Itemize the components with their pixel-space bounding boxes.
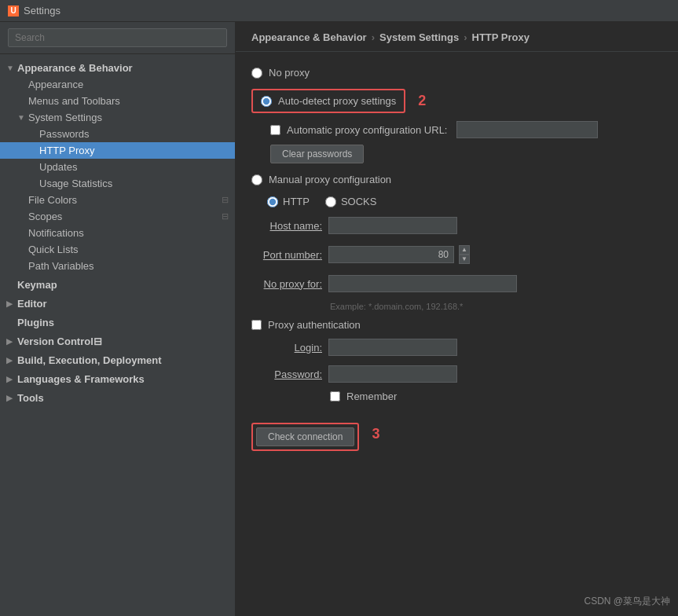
http-radio[interactable] <box>267 196 278 207</box>
sidebar-item-appearance-behavior[interactable]: ▼ Appearance & Behavior <box>0 57 235 76</box>
breadcrumb-item-1: Appearance & Behavior <box>251 31 367 43</box>
sidebar-item-label: System Settings <box>28 112 229 123</box>
sidebar-item-label: File Colors <box>28 194 218 206</box>
auto-proxy-url-label: Automatic proxy configuration URL: <box>287 124 447 136</box>
sidebar-item-http-proxy[interactable]: HTTP Proxy <box>0 142 235 159</box>
auto-proxy-url-input[interactable] <box>456 121 598 138</box>
sidebar-item-version-control[interactable]: ▶ Version Control ⊟ <box>0 331 235 350</box>
host-name-row: Host name: <box>251 215 662 236</box>
sidebar-item-appearance[interactable]: Appearance <box>0 76 235 93</box>
chevron-right-icon: ▶ <box>6 356 17 365</box>
auto-proxy-url-checkbox[interactable] <box>270 125 280 135</box>
sidebar-item-path-variables[interactable]: Path Variables <box>0 258 235 274</box>
check-connection-button[interactable]: Check connection <box>256 427 354 446</box>
auto-detect-radio[interactable] <box>261 96 272 107</box>
sidebar-item-system-settings[interactable]: ▼ System Settings <box>0 109 235 126</box>
sidebar-item-label: Appearance & Behavior <box>17 62 133 74</box>
sidebar-item-passwords[interactable]: Passwords <box>0 126 235 142</box>
content-header: Appearance & Behavior › System Settings … <box>236 22 678 52</box>
login-label: Login: <box>251 342 322 354</box>
watermark-text: CSDN @菜鸟是大神 <box>584 595 670 608</box>
sidebar-item-keymap[interactable]: Keymap <box>0 274 235 293</box>
sidebar-item-label: Build, Execution, Deployment <box>17 354 161 366</box>
check-connection-box: Check connection <box>251 423 359 451</box>
port-number-row: Port number: ▲ ▼ <box>251 244 662 266</box>
sidebar-item-label: Menus and Toolbars <box>28 95 229 107</box>
no-proxy-label: No proxy <box>269 67 310 79</box>
sidebar-item-quick-lists[interactable]: Quick Lists <box>0 241 235 258</box>
sidebar-item-notifications[interactable]: Notifications <box>0 225 235 241</box>
sidebar-item-label: Path Variables <box>28 260 229 272</box>
login-row: Login: <box>251 337 662 358</box>
content-body: No proxy Auto-detect proxy settings 2 Au… <box>236 52 678 464</box>
sidebar-item-editor[interactable]: ▶ Editor <box>0 293 235 312</box>
annotation-2: 2 <box>418 93 426 109</box>
search-input[interactable] <box>8 28 227 47</box>
check-connection-container: Check connection 3 <box>251 416 662 451</box>
password-input[interactable] <box>328 365 457 383</box>
clear-passwords-button[interactable]: Clear passwords <box>270 145 364 163</box>
login-input[interactable] <box>328 339 457 356</box>
breadcrumb-item-3: HTTP Proxy <box>472 31 530 43</box>
socks-radio[interactable] <box>325 196 336 207</box>
sidebar-item-scopes[interactable]: Scopes ⊟ <box>0 208 235 225</box>
sidebar: ▼ Appearance & Behavior Appearance Menus… <box>0 22 236 616</box>
auto-detect-container: Auto-detect proxy settings 2 <box>251 89 662 113</box>
sidebar-item-label: Keymap <box>17 279 57 291</box>
sidebar-item-label: Usage Statistics <box>39 178 229 189</box>
sidebar-item-label: Scopes <box>28 211 218 222</box>
sidebar-item-label: Passwords <box>39 128 229 140</box>
port-down-arrow[interactable]: ▼ <box>459 255 470 264</box>
chevron-right-icon: ▶ <box>6 337 17 346</box>
socks-option: SOCKS <box>325 196 377 207</box>
sidebar-item-label: Notifications <box>28 227 229 239</box>
remember-checkbox[interactable] <box>330 391 340 402</box>
password-row: Password: <box>251 364 662 384</box>
http-label: HTTP <box>283 196 310 207</box>
no-proxy-example: Example: *.domain.com, 192.168.* <box>251 302 662 311</box>
auto-detect-label: Auto-detect proxy settings <box>278 95 396 107</box>
auto-proxy-url-row: Automatic proxy configuration URL: <box>270 121 662 138</box>
main-container: ▼ Appearance & Behavior Appearance Menus… <box>0 22 678 616</box>
no-proxy-for-label: No proxy for: <box>251 278 322 290</box>
clear-passwords-row: Clear passwords <box>270 145 662 163</box>
port-up-arrow[interactable]: ▲ <box>459 245 470 255</box>
sidebar-search-container <box>0 22 235 54</box>
manual-proxy-label: Manual proxy configuration <box>269 174 391 185</box>
sidebar-item-file-colors[interactable]: File Colors ⊟ <box>0 192 235 208</box>
sidebar-item-label: Tools <box>17 392 44 404</box>
chevron-down-icon: ▼ <box>17 113 28 122</box>
sidebar-item-label: Quick Lists <box>28 244 229 255</box>
no-proxy-for-input[interactable] <box>328 275 517 292</box>
sidebar-item-menus-toolbars[interactable]: Menus and Toolbars <box>0 93 235 109</box>
proxy-auth-checkbox[interactable] <box>251 320 262 330</box>
sidebar-item-label: Updates <box>39 161 229 173</box>
chevron-right-icon: ▶ <box>6 375 17 383</box>
sidebar-item-usage-statistics[interactable]: Usage Statistics <box>0 175 235 192</box>
port-number-label: Port number: <box>251 249 322 261</box>
proxy-auth-row: Proxy authentication <box>251 319 662 331</box>
manual-proxy-radio[interactable] <box>251 174 262 185</box>
remember-label: Remember <box>346 390 397 402</box>
protocol-row: HTTP SOCKS <box>251 196 662 207</box>
remember-row: Remember <box>251 390 662 402</box>
breadcrumb-sep-1: › <box>372 31 375 43</box>
breadcrumb-sep-2: › <box>464 31 467 43</box>
host-name-input[interactable] <box>328 217 457 234</box>
sidebar-item-tools[interactable]: ▶ Tools <box>0 387 235 406</box>
sidebar-item-updates[interactable]: Updates <box>0 159 235 175</box>
port-number-input[interactable] <box>328 246 454 263</box>
host-name-label: Host name: <box>251 220 322 232</box>
auto-proxy-config-section: Automatic proxy configuration URL: Clear… <box>251 121 662 163</box>
breadcrumb: Appearance & Behavior › System Settings … <box>251 31 662 43</box>
proxy-auth-label: Proxy authentication <box>268 319 361 331</box>
sidebar-item-build-exec-deploy[interactable]: ▶ Build, Execution, Deployment <box>0 350 235 368</box>
no-proxy-radio[interactable] <box>251 68 262 79</box>
sidebar-item-plugins[interactable]: Plugins <box>0 312 235 331</box>
title-bar: U Settings <box>0 0 678 22</box>
sidebar-item-languages-frameworks[interactable]: ▶ Languages & Frameworks <box>0 368 235 387</box>
sidebar-item-label: Version Control <box>17 336 93 347</box>
manual-proxy-row: Manual proxy configuration <box>251 171 662 188</box>
sidebar-item-label: Languages & Frameworks <box>17 373 145 385</box>
sidebar-item-label: Appearance <box>28 79 229 90</box>
